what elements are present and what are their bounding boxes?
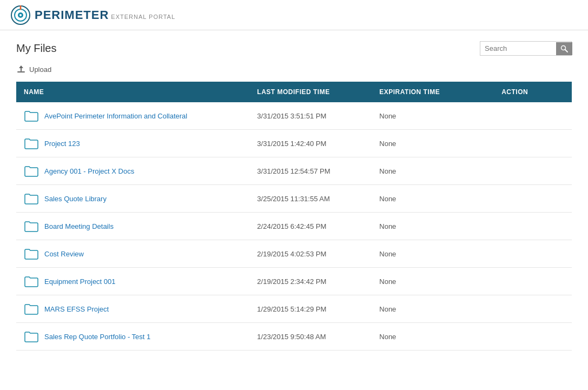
file-link[interactable]: Board Meeting Details	[44, 222, 114, 230]
action-cell	[494, 240, 572, 268]
folder-icon	[24, 193, 39, 204]
main-content: My Files Upload NAME LAST MODIFI	[0, 30, 588, 390]
header: PERIMETER EXTERNAL PORTAL	[0, 0, 588, 30]
logo-text: PERIMETER EXTERNAL PORTAL	[35, 8, 175, 22]
modified-time: 2/24/2015 6:42:45 PM	[249, 213, 372, 240]
page-title-row: My Files	[16, 41, 572, 56]
action-cell	[494, 323, 572, 351]
table-row: Project 123 3/31/2015 1:42:40 PMNone	[16, 130, 572, 157]
expiration-time: None	[372, 185, 494, 213]
file-table: NAME LAST MODIFIED TIME EXPIRATION TIME …	[16, 82, 572, 351]
expiration-time: None	[372, 240, 494, 268]
search-input[interactable]	[480, 42, 556, 55]
folder-icon	[24, 248, 39, 260]
modified-time: 1/29/2015 5:14:29 PM	[249, 295, 372, 323]
file-name-cell: Sales Rep Quote Portfolio - Test 1	[16, 323, 249, 351]
upload-icon	[16, 64, 26, 74]
modified-time: 3/31/2015 3:51:51 PM	[249, 102, 372, 130]
file-name-cell: MARS EFSS Project	[16, 295, 249, 323]
svg-rect-6	[17, 71, 25, 72]
file-name-cell: Cost Review	[16, 240, 249, 268]
file-name-cell: AvePoint Perimeter Information and Colla…	[16, 102, 249, 130]
search-button[interactable]	[556, 42, 572, 55]
table-row: Cost Review 2/19/2015 4:02:53 PMNone	[16, 240, 572, 268]
table-row: AvePoint Perimeter Information and Colla…	[16, 102, 572, 130]
upload-button[interactable]: Upload	[16, 63, 51, 75]
expiration-time: None	[372, 323, 494, 351]
folder-icon	[24, 165, 39, 177]
file-link[interactable]: MARS EFSS Project	[44, 305, 109, 313]
logo-area: PERIMETER EXTERNAL PORTAL	[11, 5, 175, 25]
file-name-cell: Project 123	[16, 130, 249, 157]
file-link[interactable]: Agency 001 - Project X Docs	[44, 167, 134, 175]
search-box	[480, 41, 572, 56]
file-link[interactable]: AvePoint Perimeter Information and Colla…	[44, 112, 187, 120]
modified-time: 3/31/2015 1:42:40 PM	[249, 130, 372, 157]
table-row: Sales Quote Library 3/25/2015 11:31:55 A…	[16, 185, 572, 213]
col-header-action: ACTION	[494, 82, 572, 102]
folder-icon	[24, 303, 39, 315]
folder-icon	[24, 110, 39, 122]
file-name-cell: Agency 001 - Project X Docs	[16, 157, 249, 185]
table-row: Agency 001 - Project X Docs 3/31/2015 12…	[16, 157, 572, 185]
modified-time: 2/19/2015 4:02:53 PM	[249, 240, 372, 268]
folder-icon	[24, 330, 39, 342]
table-row: Board Meeting Details 2/24/2015 6:42:45 …	[16, 213, 572, 240]
action-cell	[494, 102, 572, 130]
expiration-time: None	[372, 213, 494, 240]
col-header-modified: LAST MODIFIED TIME	[249, 82, 372, 102]
folder-icon	[24, 275, 39, 287]
page-title: My Files	[16, 42, 56, 55]
svg-line-5	[565, 49, 568, 52]
file-name-cell: Board Meeting Details	[16, 213, 249, 240]
logo-external-text: EXTERNAL PORTAL	[111, 14, 175, 20]
action-cell	[494, 157, 572, 185]
table-header: NAME LAST MODIFIED TIME EXPIRATION TIME …	[16, 82, 572, 102]
upload-label: Upload	[29, 65, 51, 74]
file-name-cell: Sales Quote Library	[16, 185, 249, 213]
modified-time: 1/23/2015 9:50:48 AM	[249, 323, 372, 351]
expiration-time: None	[372, 268, 494, 295]
action-cell	[494, 213, 572, 240]
expiration-time: None	[372, 130, 494, 157]
svg-marker-8	[19, 65, 23, 68]
expiration-time: None	[372, 102, 494, 130]
action-cell	[494, 268, 572, 295]
action-cell	[494, 185, 572, 213]
col-header-name: NAME	[16, 82, 249, 102]
file-link[interactable]: Sales Rep Quote Portfolio - Test 1	[44, 333, 150, 341]
action-cell	[494, 295, 572, 323]
expiration-time: None	[372, 295, 494, 323]
file-link[interactable]: Project 123	[44, 140, 80, 148]
col-header-expiration: EXPIRATION TIME	[372, 82, 494, 102]
modified-time: 3/25/2015 11:31:55 AM	[249, 185, 372, 213]
svg-point-3	[19, 14, 22, 16]
modified-time: 2/19/2015 2:34:42 PM	[249, 268, 372, 295]
file-link[interactable]: Equipment Project 001	[44, 277, 116, 286]
folder-icon	[24, 137, 39, 149]
logo-perimeter-text: PERIMETER	[35, 8, 109, 22]
folder-icon	[24, 220, 39, 232]
table-row: Equipment Project 001 2/19/2015 2:34:42 …	[16, 268, 572, 295]
table-body: AvePoint Perimeter Information and Colla…	[16, 102, 572, 351]
action-cell	[494, 130, 572, 157]
file-link[interactable]: Sales Quote Library	[44, 195, 107, 203]
expiration-time: None	[372, 157, 494, 185]
file-link[interactable]: Cost Review	[44, 250, 84, 258]
search-icon	[560, 45, 568, 52]
file-name-cell: Equipment Project 001	[16, 268, 249, 295]
logo-icon	[11, 5, 30, 25]
table-row: MARS EFSS Project 1/29/2015 5:14:29 PMNo…	[16, 295, 572, 323]
modified-time: 3/31/2015 12:54:57 PM	[249, 157, 372, 185]
table-row: Sales Rep Quote Portfolio - Test 1 1/23/…	[16, 323, 572, 351]
